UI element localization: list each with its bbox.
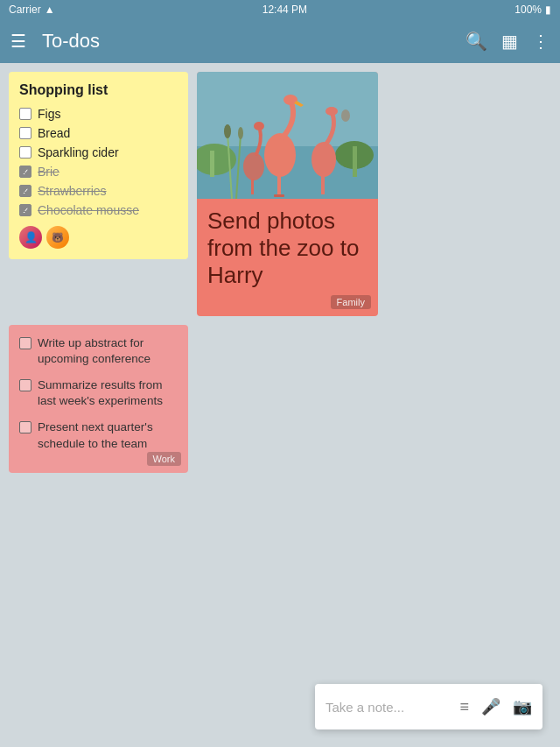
wifi-icon: ▲ — [45, 4, 55, 16]
notes-grid: Shopping list Figs Bread Sparkling cider… — [0, 63, 560, 482]
item-label: Chocolate mousse — [38, 203, 139, 217]
search-icon[interactable]: 🔍 — [466, 31, 487, 52]
task-label: Summarize results from last week's exper… — [38, 377, 178, 409]
list-item[interactable]: Brie — [19, 165, 178, 179]
carrier-label: Carrier — [9, 4, 41, 16]
view-toggle-icon[interactable]: ▦ — [501, 31, 518, 52]
task-checkbox[interactable] — [19, 421, 32, 433]
status-bar-left: Carrier ▲ — [9, 4, 55, 16]
toolbar: ☰ To-dos 🔍 ▦ ⋮ — [0, 19, 560, 63]
shopping-list-title: Shopping list — [19, 82, 178, 98]
checkbox-brie[interactable] — [19, 166, 32, 178]
list-item[interactable]: Chocolate mousse — [19, 203, 178, 217]
tasks-card-tag: Work — [147, 452, 181, 466]
item-label: Sparkling cider — [38, 145, 119, 159]
checkbox-figs[interactable] — [19, 108, 32, 120]
zoo-image — [197, 72, 378, 199]
svg-point-19 — [224, 124, 231, 138]
mic-icon[interactable]: 🎤 — [481, 697, 500, 716]
svg-point-20 — [238, 127, 243, 139]
task-label: Write up abstract for upcoming conferenc… — [38, 335, 178, 367]
menu-icon[interactable]: ☰ — [10, 31, 26, 52]
task-checkbox[interactable] — [19, 379, 32, 391]
task-item[interactable]: Write up abstract for upcoming conferenc… — [19, 335, 178, 367]
app-title: To-dos — [42, 30, 457, 53]
svg-rect-5 — [353, 146, 357, 177]
list-item[interactable]: Bread — [19, 126, 178, 140]
toolbar-actions: 🔍 ▦ ⋮ — [466, 31, 550, 52]
svg-rect-14 — [251, 179, 254, 194]
status-bar: Carrier ▲ 12:44 PM 100% ▮ — [0, 0, 560, 19]
list-item[interactable]: Sparkling cider — [19, 145, 178, 159]
more-options-icon[interactable]: ⋮ — [532, 31, 550, 52]
list-icon[interactable]: ≡ — [459, 698, 469, 716]
avatar: 👤 — [19, 226, 42, 249]
item-label: Bread — [38, 126, 70, 140]
battery-icon: ▮ — [545, 4, 551, 16]
collaborators: 👤 🐻 — [19, 226, 178, 249]
svg-rect-11 — [321, 175, 325, 194]
checkbox-strawberries[interactable] — [19, 185, 32, 197]
list-item[interactable]: Figs — [19, 107, 178, 121]
svg-point-16 — [341, 109, 350, 122]
status-bar-right: 100% ▮ — [514, 4, 551, 16]
zoo-photo-card[interactable]: Send photos from the zoo to Harry Family — [197, 72, 378, 316]
svg-point-15 — [254, 122, 264, 130]
svg-point-10 — [312, 142, 336, 177]
svg-point-6 — [264, 133, 296, 177]
svg-rect-8 — [274, 194, 284, 197]
svg-point-13 — [243, 152, 264, 180]
zoo-card-tag: Family — [331, 295, 371, 309]
list-item[interactable]: Strawberries — [19, 184, 178, 198]
bottom-input-bar: Take a note... ≡ 🎤 📷 — [315, 684, 542, 729]
svg-rect-7 — [277, 175, 281, 197]
battery-label: 100% — [514, 4, 542, 16]
item-label: Figs — [38, 107, 60, 121]
svg-rect-4 — [210, 151, 214, 177]
svg-point-12 — [326, 107, 338, 116]
task-checkbox[interactable] — [19, 337, 32, 349]
time-label: 12:44 PM — [262, 4, 307, 16]
task-item[interactable]: Present next quarter's schedule to the t… — [19, 419, 178, 451]
bottom-icons: ≡ 🎤 📷 — [459, 697, 532, 716]
note-input-placeholder[interactable]: Take a note... — [326, 700, 459, 715]
avatar: 🐻 — [46, 226, 69, 249]
camera-icon[interactable]: 📷 — [513, 697, 532, 716]
item-label: Brie — [38, 165, 60, 179]
task-item[interactable]: Summarize results from last week's exper… — [19, 377, 178, 409]
checkbox-chocolate-mousse[interactable] — [19, 204, 32, 216]
tasks-card[interactable]: Write up abstract for upcoming conferenc… — [9, 325, 188, 473]
checkbox-bread[interactable] — [19, 127, 32, 139]
shopping-list-card[interactable]: Shopping list Figs Bread Sparkling cider… — [9, 72, 188, 259]
task-label: Present next quarter's schedule to the t… — [38, 419, 178, 451]
checkbox-sparkling-cider[interactable] — [19, 146, 32, 159]
item-label: Strawberries — [38, 184, 107, 198]
